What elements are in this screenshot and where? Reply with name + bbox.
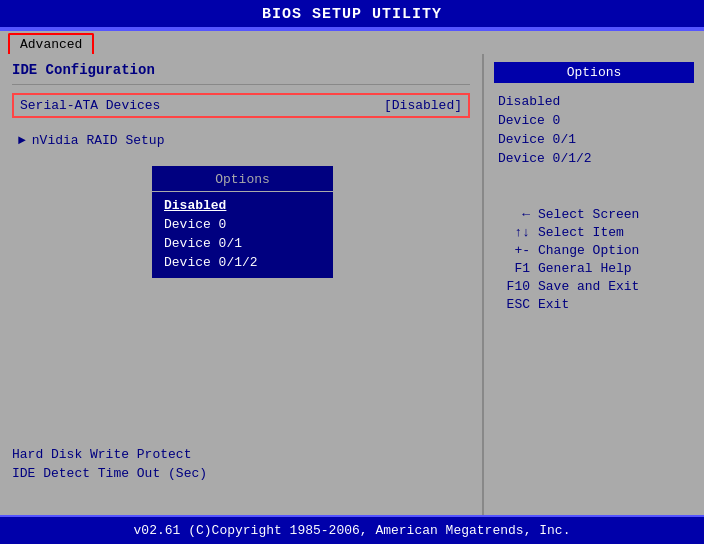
option-device012: Device 0/1/2 [494, 150, 694, 167]
nvidia-raid-label: nVidia RAID Setup [32, 133, 165, 148]
bios-title: BIOS SETUP UTILITY [262, 6, 442, 23]
popup-item-device012[interactable]: Device 0/1/2 [152, 253, 333, 272]
serial-ata-label: Serial-ATA Devices [20, 98, 384, 113]
key-f1-desc: General Help [538, 261, 632, 276]
key-f10-desc: Save and Exit [538, 279, 639, 294]
popup-item-device01[interactable]: Device 0/1 [152, 234, 333, 253]
option-device01: Device 0/1 [494, 131, 694, 148]
serial-ata-value: [Disabled] [384, 98, 462, 113]
left-panel: IDE Configuration Serial-ATA Devices [Di… [0, 54, 484, 515]
key-hint-f1: F1 General Help [494, 261, 694, 276]
key-change-option-desc: Change Option [538, 243, 639, 258]
popup-title: Options [152, 172, 333, 192]
key-left-arrow: ← [494, 207, 530, 222]
options-popup: Options Disabled Device 0 Device 0/1 Dev… [150, 164, 335, 280]
tab-row: Advanced [0, 29, 704, 54]
key-f10: F10 [494, 279, 530, 294]
key-hint-esc: ESC Exit [494, 297, 694, 312]
key-esc-desc: Exit [538, 297, 569, 312]
footer-text: v02.61 (C)Copyright 1985-2006, American … [134, 523, 571, 538]
serial-ata-devices-row[interactable]: Serial-ATA Devices [Disabled] [12, 93, 470, 118]
options-header: Options [494, 62, 694, 83]
right-panel: Options Disabled Device 0 Device 0/1 Dev… [484, 54, 704, 515]
bottom-labels: Hard Disk Write Protect IDE Detect Time … [12, 447, 207, 485]
key-hint-select-item: ↑↓ Select Item [494, 225, 694, 240]
option-device0: Device 0 [494, 112, 694, 129]
section-title: IDE Configuration [12, 62, 470, 78]
key-select-screen-desc: Select Screen [538, 207, 639, 222]
key-hint-select-screen: ← Select Screen [494, 207, 694, 222]
ide-detect-label: IDE Detect Time Out (Sec) [12, 466, 207, 481]
bios-title-bar: BIOS SETUP UTILITY [0, 0, 704, 29]
option-disabled: Disabled [494, 93, 694, 110]
arrow-icon: ► [18, 133, 26, 148]
key-up-down: ↑↓ [494, 225, 530, 240]
key-hint-f10: F10 Save and Exit [494, 279, 694, 294]
nvidia-raid-setup-item[interactable]: ► nVidia RAID Setup [12, 130, 470, 151]
key-plus-minus: +- [494, 243, 530, 258]
key-hint-change-option: +- Change Option [494, 243, 694, 258]
main-area: IDE Configuration Serial-ATA Devices [Di… [0, 54, 704, 515]
hard-disk-label: Hard Disk Write Protect [12, 447, 207, 462]
tab-advanced[interactable]: Advanced [8, 33, 94, 54]
key-select-item-desc: Select Item [538, 225, 624, 240]
popup-item-disabled[interactable]: Disabled [152, 196, 333, 215]
key-f1: F1 [494, 261, 530, 276]
footer: v02.61 (C)Copyright 1985-2006, American … [0, 515, 704, 544]
key-esc: ESC [494, 297, 530, 312]
section-divider [12, 84, 470, 85]
popup-item-device0[interactable]: Device 0 [152, 215, 333, 234]
key-hints: ← Select Screen ↑↓ Select Item +- Change… [494, 207, 694, 312]
